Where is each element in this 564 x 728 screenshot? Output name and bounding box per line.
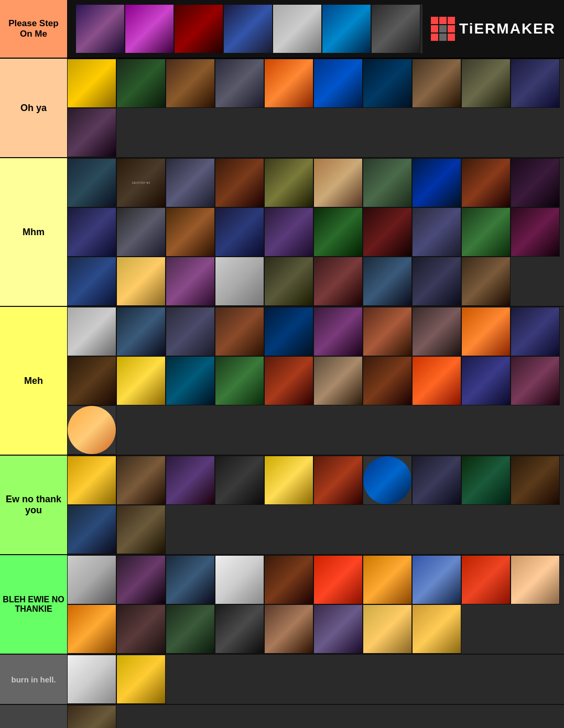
tier-item <box>412 307 461 356</box>
tier-item <box>67 405 116 455</box>
tier-item <box>67 456 116 505</box>
tier-item <box>215 257 264 306</box>
tier-bleh-label: BLEH EWIE NO THANKIE <box>0 555 67 654</box>
tier-item <box>67 555 116 604</box>
tier-item <box>264 307 313 356</box>
tiermaker-logo: TiERMAKER <box>431 17 556 41</box>
header-label: Please Step On Me <box>0 0 67 58</box>
tiermaker-text: TiERMAKER <box>459 20 556 37</box>
tier-item <box>116 307 166 356</box>
tier-item <box>264 555 313 604</box>
tier-item <box>75 4 125 53</box>
tier-item <box>313 555 363 604</box>
tier-item <box>313 158 363 207</box>
tier-item <box>461 307 511 356</box>
tier-list: Please Step On Me <box>0 0 564 728</box>
tier-item <box>116 207 166 257</box>
tier-item <box>511 555 560 604</box>
tier-item <box>264 59 313 108</box>
tier-row-oh-ya: Oh ya <box>0 59 564 158</box>
tier-item <box>116 456 166 505</box>
tier-item <box>215 555 264 604</box>
tier-item <box>67 705 116 728</box>
tier-item <box>461 555 511 604</box>
tier-item <box>67 604 116 654</box>
tier-meh-items <box>67 307 564 455</box>
tier-item <box>511 356 560 405</box>
tier-item <box>67 59 116 108</box>
tier-item <box>371 4 420 53</box>
tier-item <box>313 307 363 356</box>
tier-item <box>67 356 116 405</box>
tier-item <box>412 158 461 207</box>
tier-item <box>166 456 215 505</box>
tier-item <box>67 505 116 554</box>
tier-item <box>313 257 363 306</box>
tier-item <box>67 655 116 704</box>
tier-item <box>174 4 223 53</box>
tier-item <box>264 207 313 257</box>
tier-item <box>363 456 412 505</box>
tier-item <box>116 604 166 654</box>
tier-item <box>461 456 511 505</box>
tier-item <box>215 604 264 654</box>
tier-item <box>67 108 116 157</box>
tier-please-label: Please Step On Me <box>4 18 63 39</box>
tier-mhm-label: Mhm <box>0 158 67 306</box>
tier-item <box>363 604 412 654</box>
tier-item <box>461 257 511 306</box>
tier-item <box>116 555 166 604</box>
tier-last-label <box>0 705 67 728</box>
tier-item <box>215 456 264 505</box>
logo-grid <box>431 17 455 41</box>
tier-item <box>363 257 412 306</box>
tier-mhm-items: DESTINY ♥2 <box>67 158 564 306</box>
tier-item <box>363 307 412 356</box>
tier-item <box>116 59 166 108</box>
tier-item <box>166 356 215 405</box>
tier-item <box>67 307 116 356</box>
tier-bleh-items <box>67 555 564 654</box>
tier-item <box>511 59 560 108</box>
tier-item <box>322 4 371 53</box>
tier-item <box>166 307 215 356</box>
tier-item <box>313 207 363 257</box>
tier-item <box>215 356 264 405</box>
tier-item <box>166 555 215 604</box>
tier-item <box>264 257 313 306</box>
tier-item <box>412 604 461 654</box>
tier-item <box>511 307 560 356</box>
tier-item <box>313 604 363 654</box>
tier-item <box>412 356 461 405</box>
tier-item <box>511 456 560 505</box>
tier-item <box>116 655 166 704</box>
tier-item <box>67 158 116 207</box>
tier-last-items <box>67 705 564 728</box>
tier-item <box>264 356 313 405</box>
tier-item <box>166 604 215 654</box>
tier-item <box>363 158 412 207</box>
tier-burn-items <box>67 655 564 704</box>
tier-item <box>461 59 511 108</box>
tier-item <box>313 356 363 405</box>
tier-item <box>67 207 116 257</box>
tier-item <box>363 207 412 257</box>
tier-item <box>363 356 412 405</box>
tier-item <box>313 59 363 108</box>
tier-item <box>166 59 215 108</box>
tier-item <box>412 207 461 257</box>
tier-burn-label: burn in hell. <box>0 655 67 704</box>
tier-oh-ya-items <box>67 59 564 157</box>
tier-item <box>313 456 363 505</box>
tier-item <box>215 158 264 207</box>
tier-item <box>264 456 313 505</box>
tier-item <box>166 207 215 257</box>
tier-item <box>223 4 273 53</box>
tier-meh-label: Meh <box>0 307 67 455</box>
tier-row-last <box>0 705 564 728</box>
tier-row-bleh: BLEH EWIE NO THANKIE <box>0 555 564 655</box>
header-row: Please Step On Me <box>0 0 564 59</box>
tier-row-burn: burn in hell. <box>0 655 564 705</box>
tier-item <box>363 555 412 604</box>
tier-item <box>166 158 215 207</box>
